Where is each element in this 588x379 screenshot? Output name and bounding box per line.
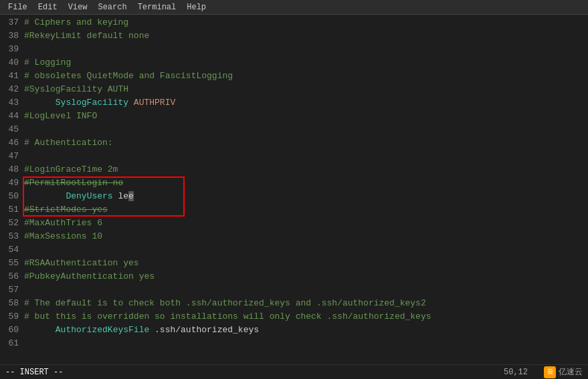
line-37: 37 # Ciphers and keying — [0, 16, 588, 29]
line-content-55: #RSAAuthentication yes — [24, 257, 139, 270]
line-number-56: 56 — [0, 270, 24, 283]
line-number-43: 43 — [0, 96, 24, 110]
menu-bar: File Edit View Search Terminal Help — [0, 0, 588, 15]
line-39: 39 — [0, 43, 588, 56]
menu-search[interactable]: Search — [92, 0, 132, 15]
line-number-59: 59 — [0, 310, 24, 324]
line-content-44: #LogLevel INFO — [24, 110, 97, 123]
line-number-50: 50 — [0, 190, 24, 203]
watermark-icon: 云 — [544, 366, 556, 378]
line-58: 58 # The default is to check both .ssh/a… — [0, 297, 588, 310]
line-43: 43 SyslogFacility AUTHPRIV — [0, 96, 588, 110]
status-position: 50,12 — [504, 368, 528, 377]
line-content-48: #LoginGraceTime 2m — [24, 163, 118, 176]
line-content-41: # obsoletes QuietMode and FascistLogging — [24, 70, 233, 83]
menu-file[interactable]: File — [3, 0, 33, 15]
line-number-47: 47 — [0, 150, 24, 163]
line-61: 61 — [0, 337, 588, 350]
menu-view[interactable]: View — [63, 0, 93, 15]
line-54: 54 — [0, 243, 588, 257]
line-47: 47 — [0, 150, 588, 163]
line-number-48: 48 — [0, 163, 24, 176]
line-56: 56 #PubkeyAuthentication yes — [0, 270, 588, 283]
line-38: 38 #RekeyLimit default none — [0, 29, 588, 43]
line-content-51: #StrictModes yes — [24, 203, 108, 217]
line-content-37: # Ciphers and keying — [24, 16, 128, 29]
line-number-45: 45 — [0, 123, 24, 136]
line-48: 48 #LoginGraceTime 2m — [0, 163, 588, 176]
line-content-58: # The default is to check both .ssh/auth… — [24, 297, 426, 310]
line-number-41: 41 — [0, 70, 24, 83]
line-51: 51 #StrictModes yes — [0, 203, 588, 217]
line-40: 40 # Logging — [0, 56, 588, 70]
status-bar: -- INSERT -- 50,12 云 亿速云 — [0, 364, 588, 379]
line-number-51: 51 — [0, 203, 24, 217]
line-45: 45 — [0, 123, 588, 136]
watermark: 云 亿速云 — [544, 366, 583, 378]
line-number-49: 49 — [0, 176, 24, 190]
line-52: 52 #MaxAuthTries 6 — [0, 217, 588, 230]
line-number-54: 54 — [0, 243, 24, 257]
line-content-38: #RekeyLimit default none — [24, 29, 149, 43]
line-number-42: 42 — [0, 83, 24, 96]
editor-area[interactable]: 37 # Ciphers and keying 38 #RekeyLimit d… — [0, 15, 588, 364]
line-content-52: #MaxAuthTries 6 — [24, 217, 102, 230]
line-60: 60 AuthorizedKeysFile .ssh/authorized_ke… — [0, 324, 588, 337]
line-number-38: 38 — [0, 29, 24, 43]
menu-edit[interactable]: Edit — [33, 0, 63, 15]
line-41: 41 # obsoletes QuietMode and FascistLogg… — [0, 70, 588, 83]
line-number-39: 39 — [0, 43, 24, 56]
line-number-61: 61 — [0, 337, 24, 350]
line-44: 44 #LogLevel INFO — [0, 110, 588, 123]
line-55: 55 #RSAAuthentication yes — [0, 257, 588, 270]
line-46: 46 # Authentication: — [0, 136, 588, 150]
line-number-60: 60 — [0, 324, 24, 337]
line-content-40: # Logging — [24, 56, 71, 70]
line-50: 50 DenyUsers lee — [0, 190, 588, 203]
line-number-44: 44 — [0, 110, 24, 123]
line-number-58: 58 — [0, 297, 24, 310]
status-left: -- INSERT -- — [5, 368, 74, 377]
line-content-56: #PubkeyAuthentication yes — [24, 270, 155, 283]
line-number-37: 37 — [0, 16, 24, 29]
line-content-46: # Authentication: — [24, 136, 113, 150]
line-53: 53 #MaxSessions 10 — [0, 230, 588, 243]
line-number-46: 46 — [0, 136, 24, 150]
line-57: 57 — [0, 283, 588, 297]
menu-terminal[interactable]: Terminal — [132, 0, 182, 15]
red-box-group: 49 #PermitRootLogin no 50 DenyUsers lee … — [0, 176, 588, 217]
line-number-52: 52 — [0, 217, 24, 230]
line-number-53: 53 — [0, 230, 24, 243]
watermark-text: 亿速云 — [559, 366, 583, 378]
line-number-40: 40 — [0, 56, 24, 70]
status-mode: -- INSERT -- — [5, 368, 63, 377]
line-content-53: #MaxSessions 10 — [24, 230, 102, 243]
line-number-55: 55 — [0, 257, 24, 270]
menu-help[interactable]: Help — [181, 0, 211, 15]
line-number-57: 57 — [0, 283, 24, 297]
